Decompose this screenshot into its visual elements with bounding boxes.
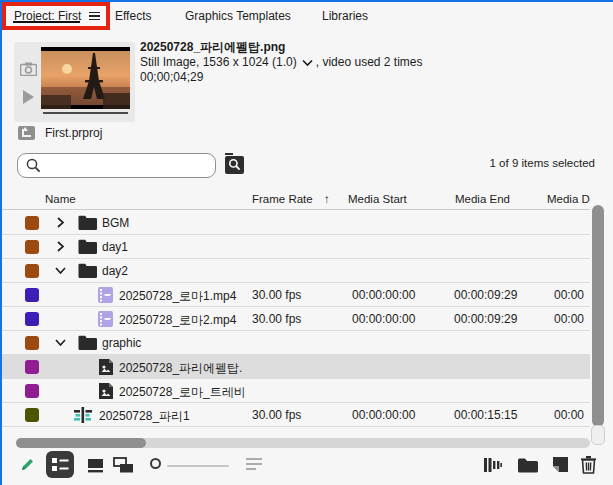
play-icon[interactable]	[23, 90, 34, 104]
sort-options-icon[interactable]	[246, 458, 262, 473]
clip-usage-info: , video used 2 times	[316, 55, 423, 69]
label-color-swatch[interactable]	[25, 312, 39, 326]
clip-icon	[98, 287, 113, 306]
folder-icon	[78, 215, 97, 233]
item-name[interactable]: 20250728_파리에펠탑.	[119, 360, 242, 377]
item-name[interactable]: 20250728_로마1.mp4	[119, 288, 236, 305]
clip-format-info: Still Image, 1536 x 1024 (1.0)	[140, 55, 297, 69]
column-header-media-end[interactable]: Media End	[455, 193, 510, 205]
column-header-name[interactable]: Name	[45, 193, 76, 205]
icon-view-button[interactable]	[87, 458, 104, 477]
delete-icon[interactable]	[580, 455, 597, 478]
column-header-frame-rate[interactable]: Frame Rate	[252, 193, 313, 205]
column-header-media-start[interactable]: Media Start	[348, 193, 407, 205]
table-row[interactable]: 20250728_파리에펠탑.	[2, 355, 590, 379]
breadcrumb: First.prproj	[18, 126, 102, 140]
tab-effects[interactable]: Effects	[115, 2, 151, 30]
table-row[interactable]: 20250728_로마2.mp430.00 fps00:00:00:0000:0…	[2, 307, 590, 331]
vertical-scrollbar-end	[591, 425, 605, 445]
table-row[interactable]: 20250728_파리130.00 fps00:00:00:0000:00:15…	[2, 403, 590, 427]
item-name[interactable]: 20250728_로마_트레비	[119, 384, 246, 401]
chevron-right-icon[interactable]	[55, 241, 67, 253]
cell-media-start: 00:00:00:00	[352, 288, 415, 302]
panel-menu-icon[interactable]	[89, 12, 100, 21]
chevron-right-icon[interactable]	[55, 217, 67, 229]
freeform-view-button[interactable]	[113, 457, 135, 478]
chevron-down-icon[interactable]	[55, 265, 67, 277]
horizontal-scrollbar-thumb[interactable]	[16, 438, 146, 448]
zoom-slider-knob[interactable]	[150, 458, 161, 469]
cell-frame-rate: 30.00 fps	[252, 312, 301, 326]
label-color-swatch[interactable]	[25, 240, 39, 254]
search-input[interactable]	[47, 156, 215, 176]
table-row[interactable]: day1	[2, 235, 590, 259]
tab-libraries[interactable]: Libraries	[322, 2, 368, 30]
cell-media-end: 00:00:09:29	[454, 312, 517, 326]
clip-duration: 00;00;04;29	[140, 70, 600, 84]
cell-frame-rate: 30.00 fps	[252, 288, 301, 302]
find-in-project-button[interactable]	[225, 156, 244, 174]
poster-frame-icon[interactable]	[20, 62, 37, 80]
project-panel: Project: First Effects Graphics Template…	[0, 0, 613, 485]
image-icon	[99, 359, 113, 378]
label-color-swatch[interactable]	[25, 408, 39, 422]
selection-status: 1 of 9 items selected	[490, 157, 595, 169]
tab-graphics-templates[interactable]: Graphics Templates	[185, 2, 291, 30]
clip-icon	[98, 311, 113, 330]
folder-icon	[78, 263, 97, 281]
table-row[interactable]: 20250728_로마_트레비	[2, 379, 590, 403]
cell-media-start: 00:00:00:00	[352, 312, 415, 326]
table-row[interactable]: BGM	[2, 211, 590, 235]
list-view-button[interactable]	[46, 451, 74, 478]
item-name[interactable]: 20250728_로마2.mp4	[119, 312, 236, 329]
label-color-swatch[interactable]	[25, 216, 39, 230]
automate-to-sequence-icon[interactable]	[484, 457, 502, 477]
item-name[interactable]: 20250728_파리1	[99, 408, 190, 425]
panel-tab-bar: Project: First Effects Graphics Template…	[2, 2, 613, 32]
column-header-media-duration[interactable]: Media D	[547, 193, 590, 205]
item-name[interactable]: day1	[102, 240, 128, 254]
thumbnail-scrubber[interactable]	[43, 112, 128, 114]
search-icon	[26, 158, 41, 173]
label-color-swatch[interactable]	[25, 288, 39, 302]
cell-media-duration: 00:00	[554, 408, 584, 422]
search-box[interactable]	[17, 153, 216, 178]
sort-ascending-icon[interactable]: ↑	[324, 193, 330, 205]
preview-info: 20250728_파리에펠탑.png Still Image, 1536 x 1…	[140, 40, 600, 84]
cell-media-duration: 00:00	[554, 312, 584, 326]
image-icon	[99, 383, 113, 402]
new-item-icon[interactable]	[552, 456, 569, 477]
cell-media-end: 00:00:15:15	[454, 408, 517, 422]
folder-icon	[78, 239, 97, 257]
usage-dropdown-icon[interactable]	[302, 59, 313, 67]
table-row[interactable]: 20250728_로마1.mp430.00 fps00:00:00:0000:0…	[2, 283, 590, 307]
label-color-swatch[interactable]	[25, 384, 39, 398]
new-bin-icon[interactable]	[517, 457, 538, 477]
preview-area	[14, 42, 135, 122]
label-color-swatch[interactable]	[25, 264, 39, 278]
item-name[interactable]: BGM	[102, 216, 129, 230]
tab-project[interactable]: Project: First	[2, 2, 110, 30]
table-row[interactable]: day2	[2, 259, 590, 283]
cell-media-end: 00:00:09:29	[454, 288, 517, 302]
sequence-icon	[74, 407, 92, 426]
cell-frame-rate: 30.00 fps	[252, 408, 301, 422]
project-file-name: First.prproj	[45, 126, 102, 140]
preview-thumbnail[interactable]	[41, 47, 130, 109]
project-writable-icon[interactable]	[19, 456, 36, 477]
chevron-down-icon[interactable]	[55, 337, 67, 349]
vertical-scrollbar[interactable]	[592, 205, 604, 427]
project-item-list: BGMday1day220250728_로마1.mp430.00 fps00:0…	[2, 211, 590, 427]
active-tab-underline	[13, 21, 80, 23]
selected-clip-title: 20250728_파리에펠탑.png	[140, 40, 600, 54]
item-name[interactable]: graphic	[102, 336, 141, 350]
label-color-swatch[interactable]	[25, 336, 39, 350]
folder-icon	[78, 335, 97, 353]
zoom-slider-track[interactable]	[167, 465, 229, 467]
label-color-swatch[interactable]	[25, 360, 39, 374]
navigate-up-icon[interactable]	[18, 126, 35, 140]
table-row[interactable]: graphic	[2, 331, 590, 355]
item-name[interactable]: day2	[102, 264, 128, 278]
bottom-toolbar	[0, 449, 613, 485]
cell-media-start: 00:00:00:00	[352, 408, 415, 422]
